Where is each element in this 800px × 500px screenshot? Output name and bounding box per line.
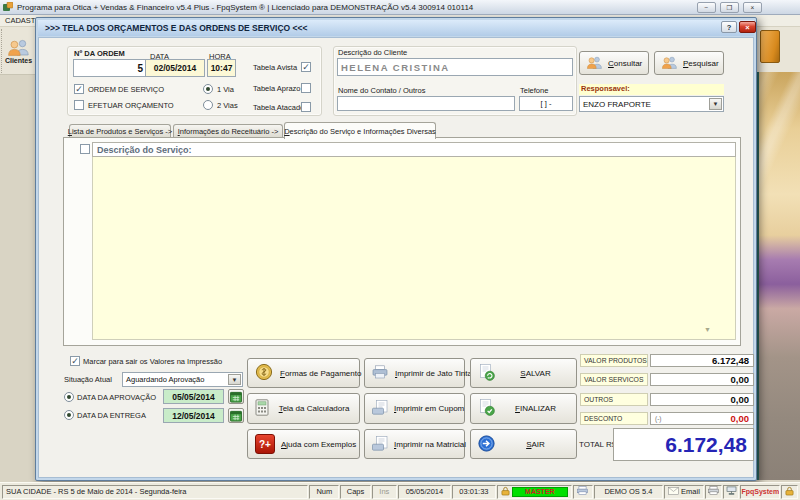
exit-door-icon[interactable] (760, 30, 780, 63)
imprimir-cupom-button[interactable]: Imprimir em Cupom (364, 393, 465, 424)
pesquisar-people-icon (662, 56, 677, 71)
service-description-header: Descrição do Serviço: (92, 142, 736, 157)
statusbar-lock[interactable] (781, 485, 798, 499)
tela-calculadora-button[interactable]: Tela da Calculadora (247, 393, 360, 424)
screen: CADASTRO Clientes Programa para Otica + … (0, 0, 800, 500)
salvar-button[interactable]: SALVAR (470, 358, 577, 388)
valor-produtos-label: VALOR PRODUTOS (580, 354, 648, 367)
via2-radio[interactable] (203, 100, 213, 110)
network-icon (726, 486, 737, 497)
service-description-textarea[interactable] (92, 157, 736, 340)
statusbar-date: 05/05/2014 (398, 485, 451, 499)
entrega-radio[interactable] (64, 410, 74, 420)
order-time-field[interactable]: 10:47 (207, 59, 236, 77)
dialog-help-button[interactable]: ? (721, 21, 737, 33)
responsavel-select[interactable]: ENZO FRAPORTE ▼ (579, 96, 724, 112)
statusbar-email[interactable]: Email (664, 485, 704, 499)
tabela-aprazo-label: Tabela Aprazo (253, 84, 301, 93)
window-restore-button[interactable]: ❐ (720, 2, 739, 13)
via1-radio[interactable] (203, 84, 213, 94)
tab-receituario[interactable]: Informações do Receituário -> (173, 124, 283, 138)
entrega-date-field[interactable]: 12/05/2014 (163, 408, 224, 423)
sair-button[interactable]: SAIR (470, 429, 577, 459)
order-number-field[interactable]: 5 (73, 59, 147, 77)
phone-label: Telefone (520, 86, 548, 95)
imprimir-matricial-label: Imprimir na Matricial (394, 440, 472, 449)
finalizar-button[interactable]: FINALIZAR (470, 393, 577, 424)
order-number-label: Nº DA ORDEM (74, 49, 125, 58)
contact-field[interactable] (337, 96, 515, 111)
dialog-title: >>> TELA DOS ORÇAMENTOS E DAS ORDENS DE … (45, 23, 307, 33)
entrega-calendar-icon[interactable] (228, 408, 244, 423)
statusbar-ins: Ins (372, 485, 397, 499)
via1-label: 1 Via (217, 85, 234, 94)
statusbar-print-status[interactable] (573, 485, 593, 499)
tabela-atacado-checkbox[interactable] (301, 102, 311, 112)
finalizar-label: FINALIZAR (501, 404, 576, 413)
contact-label: Nome do Contato / Outros (338, 86, 426, 95)
marcar-valores-checkbox[interactable]: ✓ (70, 356, 80, 366)
phone-field[interactable]: [ ] - (519, 96, 573, 111)
dialog-close-button[interactable]: × (739, 21, 756, 33)
desconto-minus-sign: (-) (655, 415, 662, 422)
print-status-icon (577, 486, 588, 497)
statusbar-printer[interactable] (705, 485, 722, 499)
imprimir-cupom-label: Imprimir em Cupom (394, 404, 470, 413)
tabela-avista-checkbox[interactable]: ✓ (301, 62, 311, 72)
toolbar-clientes-button[interactable]: Clientes (1, 29, 35, 73)
desconto-field: (-) 0,00 (650, 412, 754, 425)
valor-produtos-field: 6.172,48 (650, 354, 754, 367)
salvar-label: SALVAR (501, 369, 576, 378)
ajuda-exemplos-label: Ajuda com Exemplos (281, 440, 362, 449)
service-tab-panel: Descrição do Serviço: ▼ (63, 137, 741, 346)
order-date-field[interactable]: 02/05/2014 (145, 59, 205, 77)
statusbar: SUA CIDADE - RS 5 de Maio de 2014 - Segu… (0, 482, 800, 500)
statusbar-time: 03:01:33 (452, 485, 496, 499)
situacao-select[interactable]: Aguardando Aprovação ▼ (122, 372, 243, 387)
service-description-checkbox[interactable] (80, 144, 90, 154)
formas-pagamento-button[interactable]: Formas de Pagamento (247, 358, 360, 388)
sair-label: SAIR (501, 440, 576, 449)
window-close-button[interactable]: × (743, 2, 762, 13)
aprovacao-calendar-icon[interactable] (228, 389, 244, 404)
tab-produtos[interactable]: Lista de Produtos e Serviços -> (69, 124, 171, 138)
valor-servicos-label: VALOR SERVICOS (580, 373, 648, 386)
ajuda-exemplos-button[interactable]: ?+ Ajuda com Exemplos (247, 429, 360, 459)
inkjet-printer-icon (372, 365, 389, 381)
statusbar-caps: Caps (340, 485, 371, 499)
aprovacao-date-field[interactable]: 05/05/2014 (163, 389, 224, 404)
efetuar-orcamento-checkbox[interactable] (74, 100, 84, 110)
dialog-titlebar[interactable]: >>> TELA DOS ORÇAMENTOS E DAS ORDENS DE … (38, 20, 754, 36)
desconto-value: 0,00 (731, 413, 750, 424)
outros-field: 0,00 (650, 393, 754, 406)
statusbar-network[interactable] (723, 485, 740, 499)
app-icon (3, 0, 13, 16)
valor-servicos-field: 0,00 (650, 373, 754, 386)
pesquisar-label: Pesquisar (683, 59, 725, 68)
situacao-chevron-down-icon[interactable]: ▼ (228, 374, 241, 385)
tabela-atacado-label: Tabela Atacado (253, 103, 304, 112)
aprovacao-radio[interactable] (64, 392, 74, 402)
imprimir-matricial-button[interactable]: Imprimir na Matricial (364, 429, 465, 459)
tabela-aprazo-checkbox[interactable] (301, 83, 311, 93)
desconto-label: DESCONTO (580, 412, 648, 425)
pesquisar-button[interactable]: Pesquisar (654, 51, 724, 75)
background-photo (757, 72, 800, 480)
service-order-dialog: >>> TELA DOS ORÇAMENTOS E DAS ORDENS DE … (35, 17, 757, 481)
textarea-scroll-arrow-icon[interactable]: ▼ (704, 326, 711, 333)
window-minimize-button[interactable]: − (697, 2, 716, 13)
responsavel-chevron-down-icon[interactable]: ▼ (709, 98, 722, 110)
statusbar-num: Num (309, 485, 339, 499)
client-name-field[interactable]: HELENA CRISTINA (337, 58, 573, 76)
situacao-label: Situação Atual (64, 375, 112, 384)
ordem-servico-checkbox[interactable]: ✓ (74, 84, 84, 94)
consultar-button[interactable]: Consultar (579, 51, 649, 75)
imprimir-jato-button[interactable]: Imprimir de Jato Tinta (364, 358, 465, 388)
tabela-avista-label: Tabela Avista (253, 63, 297, 72)
ordem-servico-label: ORDEM DE SERVIÇO (88, 85, 164, 94)
tab-descricao-servico[interactable]: Descrição do Serviço e Informações Diver… (284, 122, 436, 139)
total-field: 6.172,48 (613, 428, 754, 461)
efetuar-orcamento-label: EFETUAR ORÇAMENTO (88, 101, 174, 110)
situacao-value: Aguardando Aprovação (126, 375, 204, 384)
gold-lock-icon (785, 486, 794, 498)
